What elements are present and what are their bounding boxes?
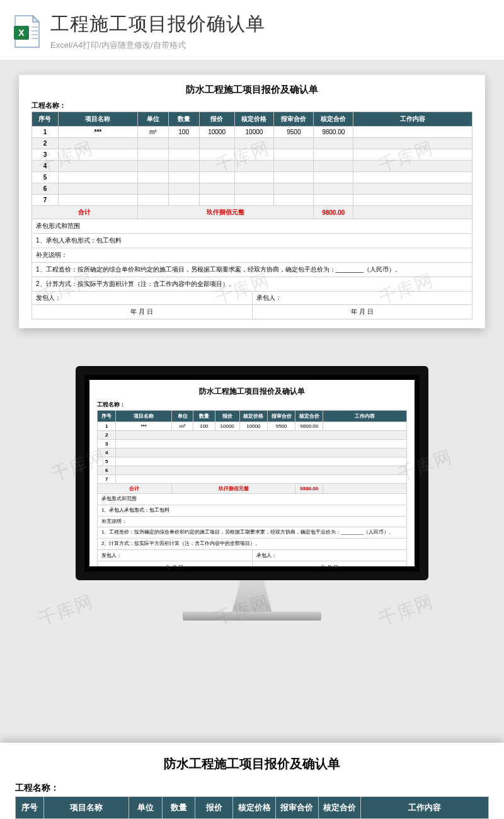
supplement-line: 2、计算方式：按实际平方面积计算（注：含工作内容中的全部项目）。 [32,277,472,292]
total-text: 玖仟捌佰元整 [137,206,314,219]
date-row: 年 月 日 年 月 日 [32,305,472,319]
svg-text:X: X [18,28,25,38]
monitor-stand [224,580,280,612]
table-row: 3 [32,149,472,161]
col-audit: 报审合价 [274,112,314,127]
document-title: 防水工程施工项目报价及确认单 [97,386,407,397]
total-value: 9800.00 [314,206,353,219]
notes-block: 承包形式和范围 1、承包人承包形式：包工包料 补充说明： 1、工程造价：按所确定… [32,219,472,292]
quote-table: 序号 项目名称 单位 数量 报价 核定价格 报审合价 核定合价 工作内容 1 *… [32,112,472,219]
quote-table: 序号 项目名称 单位 数量 报价 核定价格 报审合价 核定合价 工作内容 1**… [97,410,407,494]
scope-line: 1、承包人承包形式：包工包料 [32,234,472,248]
page-header: X 工程施工项目报价确认单 Excel/A4打印/内容随意修改/自带格式 [0,0,504,60]
monitor-screen: 防水工程施工项目报价及确认单 工程名称： 序号 项目名称 单位 数量 报价 核定… [76,366,428,580]
monitor-mockup: 防水工程施工项目报价及确认单 工程名称： 序号 项目名称 单位 数量 报价 核定… [76,366,428,621]
bottom-sheet-preview: 防水工程施工项目报价及确认单 工程名称： 序号 项目名称 单位 数量 报价 核定… [0,743,504,819]
col-quote: 报价 [199,112,234,127]
col-no: 序号 [32,112,59,127]
contractor-date: 年 月 日 [252,305,472,319]
quote-table: 序号 项目名称 单位 数量 报价 核定价格 报审合价 核定合价 工作内容 [15,796,489,819]
excel-file-icon: X [13,14,42,49]
scope-header: 承包形式和范围 [32,219,472,234]
document-title: 防水工程施工项目报价及确认单 [32,84,472,96]
table-row: 7 [32,195,472,206]
project-name-label: 工程名称： [97,401,407,409]
contractor-label: 承包人： [252,292,472,304]
project-name-label: 工程名称： [15,782,489,794]
table-header-row: 序号 项目名称 单位 数量 报价 核定价格 报审合价 核定合价 工作内容 [32,112,472,127]
total-row: 合计 玖仟捌佰元整 9800.00 [32,206,472,219]
supplement-header: 补充说明： [32,248,472,263]
preview-card: 防水工程施工项目报价及确认单 工程名称： 序号 项目名称 单位 数量 报价 核定… [19,75,485,328]
col-approved: 核定价格 [234,112,274,127]
issuer-label: 发包人： [32,292,252,304]
table-body: 1 *** m² 100 10000 10000 9500 9800.00 2 … [32,127,472,219]
col-unit: 单位 [137,112,168,127]
project-name-label: 工程名称： [32,101,472,110]
supplement-line: 1、工程造价：按所确定的综合单价和约定的施工项目，另根据工期要求案，经双方协商，… [32,263,472,277]
document-title: 防水工程施工项目报价及确认单 [15,755,489,772]
table-row: 5 [32,172,472,183]
table-row: 2 [32,138,472,149]
col-qty: 数量 [168,112,199,127]
col-content: 工作内容 [353,112,472,127]
issuer-date: 年 月 日 [32,305,252,319]
page-title: 工程施工项目报价确认单 [50,11,265,37]
col-apprtot: 核定合价 [314,112,353,127]
table-row: 6 [32,183,472,195]
table-row: 4 [32,161,472,172]
page-subtitle: Excel/A4打印/内容随意修改/自带格式 [50,40,265,51]
col-name: 项目名称 [58,112,137,127]
monitor-base [183,612,321,621]
signature-row: 发包人： 承包人： [32,292,472,305]
total-label: 合计 [32,206,138,219]
table-row: 1 *** m² 100 10000 10000 9500 9800.00 [32,127,472,138]
